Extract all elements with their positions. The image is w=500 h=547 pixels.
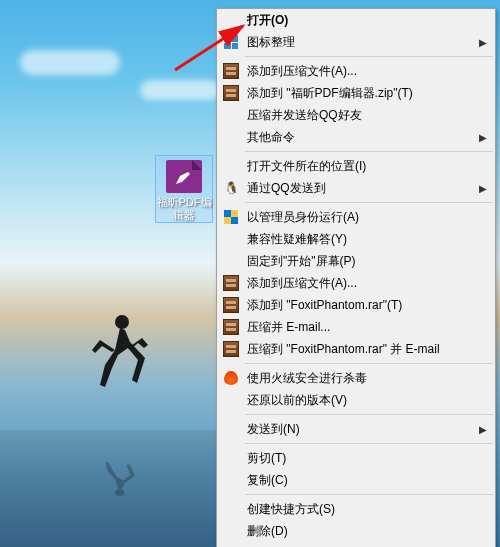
menu-open[interactable]: 打开(O) xyxy=(217,9,495,31)
archive-icon xyxy=(221,340,241,358)
menu-add-rar[interactable]: 添加到 "FoxitPhantom.rar"(T) xyxy=(217,294,495,316)
menu-copy[interactable]: 复制(C) xyxy=(217,469,495,491)
desktop-icon-label: 福昕PDF编辑器 xyxy=(156,196,212,222)
desktop-wallpaper: 福昕PDF编辑器 打开(O) 图标整理▶ 添加到压缩文件(A)... 添加到 "… xyxy=(0,0,500,547)
chevron-right-icon: ▶ xyxy=(479,132,487,143)
chevron-right-icon: ▶ xyxy=(479,37,487,48)
archive-icon xyxy=(221,296,241,314)
menu-compress-email[interactable]: 压缩并 E-mail... xyxy=(217,316,495,338)
svg-point-0 xyxy=(115,315,129,329)
menu-restore-version[interactable]: 还原以前的版本(V) xyxy=(217,389,495,411)
menu-separator xyxy=(245,56,493,57)
menu-create-shortcut[interactable]: 创建快捷方式(S) xyxy=(217,498,495,520)
menu-cut[interactable]: 剪切(T) xyxy=(217,447,495,469)
chevron-right-icon: ▶ xyxy=(479,183,487,194)
desktop-icon-foxitpdf[interactable]: 福昕PDF编辑器 xyxy=(155,155,213,223)
pdf-app-icon xyxy=(166,160,202,193)
menu-rename[interactable]: 重命名(M) xyxy=(217,542,495,547)
archive-icon xyxy=(221,84,241,102)
cloud-graphic xyxy=(20,50,120,75)
menu-separator xyxy=(245,202,493,203)
shield-icon xyxy=(221,208,241,226)
menu-separator xyxy=(245,363,493,364)
svg-point-1 xyxy=(115,489,124,496)
menu-delete[interactable]: 删除(D) xyxy=(217,520,495,542)
menu-separator xyxy=(245,151,493,152)
context-menu: 打开(O) 图标整理▶ 添加到压缩文件(A)... 添加到 "福昕PDF编辑器.… xyxy=(216,8,496,547)
menu-icon-arrange[interactable]: 图标整理▶ xyxy=(217,31,495,53)
menu-huorong-scan[interactable]: 使用火绒安全进行杀毒 xyxy=(217,367,495,389)
menu-other-cmd[interactable]: 其他命令▶ xyxy=(217,126,495,148)
menu-pin-start[interactable]: 固定到"开始"屏幕(P) xyxy=(217,250,495,272)
menu-add-zip[interactable]: 添加到 "福昕PDF编辑器.zip"(T) xyxy=(217,82,495,104)
menu-add-archive[interactable]: 添加到压缩文件(A)... xyxy=(217,60,495,82)
menu-compress-qq[interactable]: 压缩并发送给QQ好友 xyxy=(217,104,495,126)
archive-icon xyxy=(221,318,241,336)
annotation-arrow xyxy=(165,20,255,75)
menu-compress-rar-email[interactable]: 压缩到 "FoxitPhantom.rar" 并 E-mail xyxy=(217,338,495,360)
menu-send-to[interactable]: 发送到(N)▶ xyxy=(217,418,495,440)
svg-line-2 xyxy=(175,26,243,70)
runner-graphic xyxy=(80,310,150,430)
archive-icon xyxy=(221,274,241,292)
qq-icon: 🐧 xyxy=(221,179,241,197)
cloud-graphic xyxy=(140,80,220,100)
menu-run-admin[interactable]: 以管理员身份运行(A) xyxy=(217,206,495,228)
menu-add-archive2[interactable]: 添加到压缩文件(A)... xyxy=(217,272,495,294)
menu-separator xyxy=(245,414,493,415)
menu-qq-send[interactable]: 🐧通过QQ发送到▶ xyxy=(217,177,495,199)
menu-compat[interactable]: 兼容性疑难解答(Y) xyxy=(217,228,495,250)
fire-icon xyxy=(221,369,241,387)
chevron-right-icon: ▶ xyxy=(479,424,487,435)
menu-open-location[interactable]: 打开文件所在的位置(I) xyxy=(217,155,495,177)
runner-reflection xyxy=(80,442,150,498)
menu-separator xyxy=(245,494,493,495)
menu-separator xyxy=(245,443,493,444)
